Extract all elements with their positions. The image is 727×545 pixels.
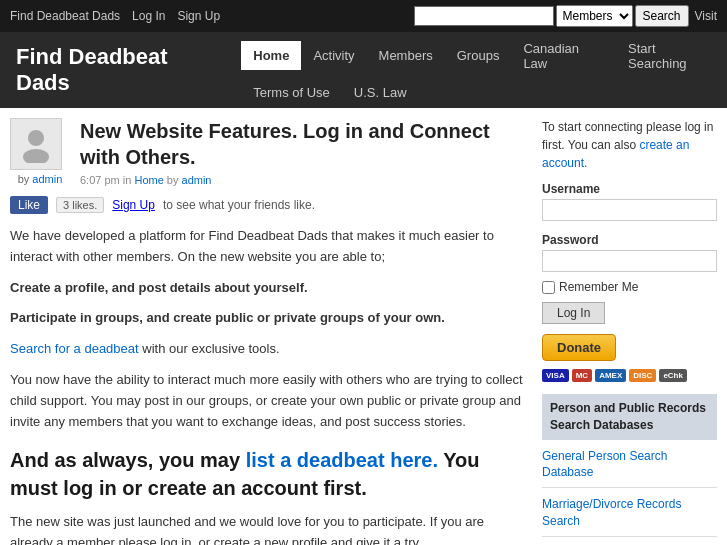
- avatar-author-label: by admin: [10, 173, 70, 185]
- search-button[interactable]: Search: [635, 5, 689, 27]
- content-wrapper: by admin New Website Features. Log in an…: [0, 108, 727, 545]
- post-header: by admin New Website Features. Log in an…: [10, 118, 530, 186]
- donate-section: Donate VISA MC AMEX DISC eChk: [542, 334, 717, 382]
- like-bar: Like 3 likes. Sign Up to see what your f…: [10, 196, 530, 214]
- search-para: Search for a deadbeat with our exclusive…: [10, 339, 530, 360]
- sidebar: To start connecting please log in first.…: [542, 118, 717, 545]
- body-p2: You now have the ability to interact muc…: [10, 370, 530, 432]
- post-author-link[interactable]: admin: [182, 174, 212, 186]
- sidebar-login-text: To start connecting please log in first.…: [542, 118, 717, 172]
- search-deadbeat-link[interactable]: Search for a deadbeat: [10, 341, 139, 356]
- nav-groups[interactable]: Groups: [445, 41, 512, 70]
- signup-like-link[interactable]: Sign Up: [112, 198, 155, 212]
- bold-2: Participate in groups, and create public…: [10, 308, 530, 329]
- avatar-icon: [17, 125, 55, 163]
- nav-row-2: Terms of Use U.S. Law: [241, 78, 727, 107]
- topbar-signup[interactable]: Sign Up: [177, 9, 220, 23]
- donate-button[interactable]: Donate: [542, 334, 616, 361]
- nav-canadian-law[interactable]: Canadian Law: [511, 34, 616, 78]
- username-input[interactable]: [542, 199, 717, 221]
- payment-icons: VISA MC AMEX DISC eChk: [542, 369, 717, 382]
- nav-us-law[interactable]: U.S. Law: [342, 78, 419, 107]
- navbar: Find Deadbeat Dads Home Activity Members…: [0, 32, 727, 108]
- nav-row-1: Home Activity Members Groups Canadian La…: [241, 34, 727, 78]
- svg-point-0: [28, 130, 44, 146]
- login-button[interactable]: Log In: [542, 302, 605, 324]
- password-input[interactable]: [542, 250, 717, 272]
- mc-icon: MC: [572, 369, 592, 382]
- amex-icon: AMEX: [595, 369, 626, 382]
- site-name-top: Find Deadbeat Dads: [10, 9, 120, 23]
- visa-icon: VISA: [542, 369, 569, 382]
- sidebar-link-1[interactable]: General Person Search Database: [542, 448, 717, 482]
- post-body: We have developed a platform for Find De…: [10, 226, 530, 545]
- search-bar: Members Search: [414, 5, 689, 27]
- like-count: 3 likes.: [56, 197, 104, 213]
- site-title: Find Deadbeat Dads: [0, 32, 241, 108]
- avatar: [10, 118, 62, 170]
- svg-point-1: [23, 149, 49, 163]
- nav-members[interactable]: Members: [367, 41, 445, 70]
- nav-home[interactable]: Home: [241, 41, 301, 70]
- sidebar-section-title: Person and Public Records Search Databas…: [542, 394, 717, 440]
- avatar-box: by admin: [10, 118, 70, 185]
- topbar-right: Members Search Visit: [414, 5, 717, 27]
- body-p3: The new site was just launched and we wo…: [10, 512, 530, 545]
- disc-icon: DISC: [629, 369, 656, 382]
- topbar-left: Find Deadbeat Dads Log In Sign Up: [10, 9, 220, 23]
- like-button[interactable]: Like: [10, 196, 48, 214]
- topbar: Find Deadbeat Dads Log In Sign Up Member…: [0, 0, 727, 32]
- remember-me-checkbox[interactable]: [542, 281, 555, 294]
- post-title-block: New Website Features. Log in and Connect…: [80, 118, 530, 186]
- remember-me-label: Remember Me: [559, 280, 638, 294]
- nav-links: Home Activity Members Groups Canadian La…: [241, 32, 727, 108]
- members-select[interactable]: Members: [556, 5, 633, 27]
- nav-activity[interactable]: Activity: [301, 41, 366, 70]
- remember-row: Remember Me: [542, 280, 717, 294]
- post-title: New Website Features. Log in and Connect…: [80, 118, 530, 170]
- topbar-login[interactable]: Log In: [132, 9, 165, 23]
- nav-terms[interactable]: Terms of Use: [241, 78, 342, 107]
- password-label: Password: [542, 233, 717, 247]
- nav-start-searching[interactable]: Start Searching: [616, 34, 727, 78]
- username-label: Username: [542, 182, 717, 196]
- post-home-link[interactable]: Home: [134, 174, 163, 186]
- search-input[interactable]: [414, 6, 554, 26]
- sidebar-link-2[interactable]: Marriage/Divorce Records Search: [542, 496, 717, 530]
- avatar-author-link[interactable]: admin: [32, 173, 62, 185]
- body-p1: We have developed a platform for Find De…: [10, 226, 530, 268]
- visit-link[interactable]: Visit: [695, 9, 717, 23]
- bold-1: Create a profile, and post details about…: [10, 278, 530, 299]
- cta-link[interactable]: list a deadbeat here.: [246, 449, 438, 471]
- cta-block: And as always, you may list a deadbeat h…: [10, 446, 530, 502]
- echeck-icon: eChk: [659, 369, 687, 382]
- like-suffix: to see what your friends like.: [163, 198, 315, 212]
- main-content: by admin New Website Features. Log in an…: [10, 118, 530, 545]
- post-meta: 6:07 pm in Home by admin: [80, 174, 530, 186]
